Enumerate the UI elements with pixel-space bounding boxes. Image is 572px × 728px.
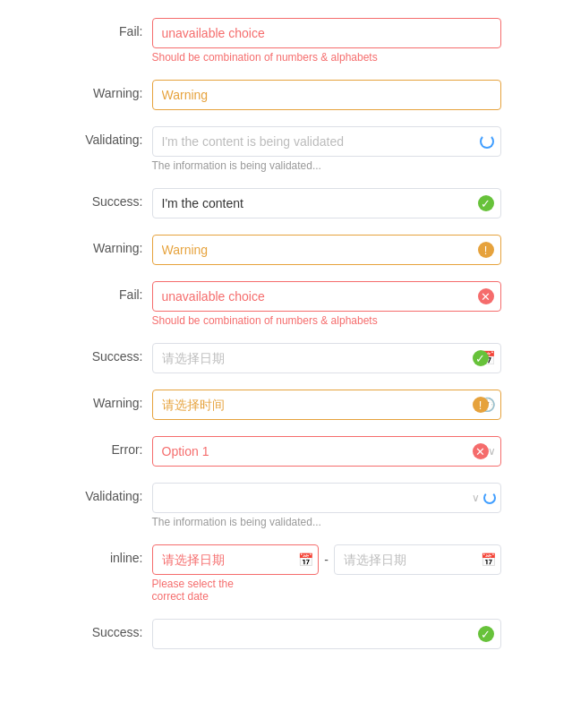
input-date-success-1[interactable] <box>152 343 501 373</box>
label-fail-2: Fail: <box>72 281 152 302</box>
row-error-select-1: Error: Option 1 Option 2 Option 3 ∨ ✕ <box>72 436 501 467</box>
row-success-date-1: Success: 📅 ✓ <box>72 343 501 373</box>
error-msg-fail-2: Should be combination of numbers & alpha… <box>152 314 501 327</box>
date-range-end-wrap: 📅 <box>334 544 501 575</box>
row-fail-text-1: Fail: Should be combination of numbers &… <box>72 18 501 64</box>
warning-icon-1: ! <box>478 242 494 258</box>
field-success-1: ✓ <box>152 188 501 218</box>
fail-icon-1: ✕ <box>478 288 494 304</box>
field-validating-select-1: Option 1 Option 2 ∨ The information is b… <box>152 483 501 528</box>
label-error-select-1: Error: <box>72 436 152 457</box>
select-wrap-validating-1: Option 1 Option 2 ∨ <box>152 483 501 513</box>
row-validating-text-1: Validating: The information is being val… <box>72 126 501 172</box>
input-wrap-success-2: ✓ <box>152 619 501 649</box>
date-picker-wrap-1: 📅 ✓ <box>152 343 501 373</box>
row-success-text-1: Success: ✓ <box>72 188 501 218</box>
field-warning-2: ! <box>152 235 501 265</box>
input-success-1[interactable] <box>152 188 501 218</box>
field-success-2: ✓ <box>152 619 501 649</box>
field-warning-time-1: 🕐 ! <box>152 390 501 420</box>
label-warning-1: Warning: <box>72 80 152 100</box>
input-wrap-success-1: ✓ <box>152 188 501 218</box>
row-validating-select-1: Validating: Option 1 Option 2 ∨ The info… <box>72 483 501 528</box>
input-wrap-fail-2: ✕ <box>152 281 501 312</box>
label-warning-2: Warning: <box>72 235 152 255</box>
row-warning-text-1: Warning: <box>72 80 501 110</box>
input-warning-2[interactable] <box>152 235 501 265</box>
field-warning-1 <box>152 80 501 110</box>
input-wrap-fail-1 <box>152 18 501 48</box>
hint-msg-validating-select-1: The information is being validated... <box>152 516 501 528</box>
select-wrap-error-1: Option 1 Option 2 Option 3 ∨ ✕ <box>152 436 501 467</box>
row-warning-text-2: Warning: ! <box>72 235 501 265</box>
row-success-text-2: Success: ✓ <box>72 619 501 649</box>
inline-date-range-wrap: 📅 - 📅 <box>152 544 501 575</box>
input-date-range-start[interactable] <box>152 544 320 575</box>
input-success-2[interactable] <box>152 619 501 649</box>
label-success-date-1: Success: <box>72 343 152 364</box>
spin-icon-1 <box>480 134 494 149</box>
input-fail-1[interactable] <box>152 18 501 48</box>
row-fail-text-2: Fail: ✕ Should be combination of numbers… <box>72 281 501 327</box>
label-validating-select-1: Validating: <box>72 483 152 503</box>
input-wrap-warning-2: ! <box>152 235 501 265</box>
label-success-1: Success: <box>72 188 152 209</box>
hint-msg-validating-1: The information is being validated... <box>152 159 501 172</box>
input-fail-2[interactable] <box>152 281 501 312</box>
select-validating-1[interactable]: Option 1 Option 2 <box>152 483 501 513</box>
calendar-icon-range-start: 📅 <box>298 552 313 567</box>
warning-icon-time-1: ! <box>473 397 489 413</box>
field-validating-1: The information is being validated... <box>152 126 501 172</box>
calendar-icon-range-end: 📅 <box>481 552 496 567</box>
time-picker-wrap-1: 🕐 ! <box>152 390 501 420</box>
input-validating-1[interactable] <box>152 126 501 157</box>
date-range-start-wrap: 📅 <box>152 544 320 575</box>
time-icons-warning-1: 🕐 ! <box>479 397 496 413</box>
form-container: Fail: Should be combination of numbers &… <box>54 18 519 649</box>
label-inline-1: inline: <box>72 544 152 565</box>
field-success-date-1: 📅 ✓ <box>152 343 501 373</box>
error-msg-fail-1: Should be combination of numbers & alpha… <box>152 51 501 64</box>
field-inline-1: 📅 - 📅 Please select thecorrect date <box>152 544 501 603</box>
input-warning-1[interactable] <box>152 80 501 110</box>
label-success-2: Success: <box>72 619 152 639</box>
label-warning-time-1: Warning: <box>72 390 152 410</box>
range-separator: - <box>324 552 329 567</box>
field-fail-2: ✕ Should be combination of numbers & alp… <box>152 281 501 327</box>
label-validating-1: Validating: <box>72 126 152 147</box>
input-wrap-validating-1 <box>152 126 501 157</box>
label-fail-1: Fail: <box>72 18 152 39</box>
select-error-1[interactable]: Option 1 Option 2 Option 3 <box>152 436 501 467</box>
input-wrap-warning-1 <box>152 80 501 110</box>
field-error-select-1: Option 1 Option 2 Option 3 ∨ ✕ <box>152 436 501 467</box>
field-fail-1: Should be combination of numbers & alpha… <box>152 18 501 64</box>
check-icon-2: ✓ <box>478 626 494 642</box>
input-date-range-end[interactable] <box>334 544 501 575</box>
error-msg-inline-1: Please select thecorrect date <box>152 578 501 603</box>
input-time-warning-1[interactable] <box>152 390 501 420</box>
row-warning-time-1: Warning: 🕐 ! <box>72 390 501 420</box>
check-icon-1: ✓ <box>478 195 494 211</box>
row-inline-date-range-1: inline: 📅 - 📅 Please select thecorrect d… <box>72 544 501 603</box>
date-icons-success-1: 📅 ✓ <box>479 350 496 366</box>
check-icon-date-1: ✓ <box>473 350 489 366</box>
